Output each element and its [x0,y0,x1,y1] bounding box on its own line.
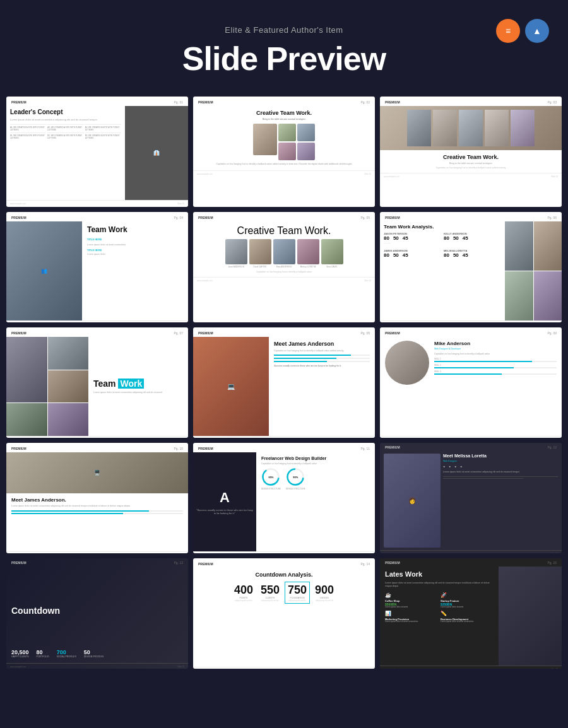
slide1-image: 👔 [125,106,188,200]
slide-1[interactable]: PREMIUM Pg. 01 Leader's Concept Lorem ip… [6,97,188,207]
slide3-subtitle: Bring to the table win-win survival stra… [385,162,557,165]
slide7-collage [6,337,88,436]
col5 [48,403,89,436]
slide-13[interactable]: PREMIUM Pg. 13 Countdown 20,500 HAPPY CL… [6,558,188,669]
num-900-val: 900 [315,584,334,597]
work-text-2: Lorem ipsum dolor sit amet [441,606,494,609]
slide1-footer-page: Slide 01 [177,203,184,205]
icon-blue[interactable]: ▲ [525,19,549,43]
slide3-bottom: Creative Team Work. Bring to the table w… [380,150,562,173]
slide-7[interactable]: PREMIUM Pg. 07 Team Work [6,327,188,438]
slide1-grid-b3: B3. WE CREATED A SITE WITH FUNNY LETTERS [85,132,121,139]
slide7-text: Team Work Lorem ipsum dolor sit amet con… [88,337,188,436]
icon-orange[interactable]: ≡ [496,19,520,43]
slide-11[interactable]: PREMIUM Pg. 11 A "Success usually comes … [193,443,375,553]
slide3-footer-page: Slide 03 [551,175,558,178]
slide4-label1: TITLE HERE [87,238,183,241]
team-photo-2 [278,124,296,141]
slide6-person4: MELISSA LORETTA 80 50 45 [444,249,501,259]
slide13-title: Countdown [11,606,60,616]
work-item-4: ✏️ Business Development Lorem ipsum dolo… [441,611,494,623]
slide2-page: Pg. 02 [361,100,370,104]
slide4-image: 👥 [6,221,82,320]
slide15-brand: PREMIUM [385,561,400,565]
stat-20500-num: 20,500 [11,649,29,655]
donut1-pct: 65% [268,476,273,479]
slide13-footer-page: Slide 13 [177,666,184,668]
slide7-brand: PREMIUM [11,331,27,335]
slide11-image: A "Success usually comes to those who ar… [193,452,256,551]
slide5-title: Creative Team Work. [198,225,370,237]
work-icon-4: ✏️ [441,611,494,616]
slide3-footer: www.example.com [384,175,399,178]
work-icon-3: 📊 [385,611,438,616]
slide10-brand: PREMIUM [11,447,27,450]
slide9-role: Web Designer & Developer [434,348,557,350]
face5 [511,110,535,146]
slide4-micro2: Lorem ipsum dolor [87,253,183,255]
slide1-grid-a3: A3. WE CREATED A SITE WITH FUNNY LETTERS [85,124,121,131]
slide-5[interactable]: PREMIUM Pg. 05 Creative Team Work. Jason… [193,212,375,322]
face5-3-name: Brian ANDERSON [273,266,295,268]
slide11-page: Pg. 11 [361,447,370,450]
slide8-brand: PREMIUM [198,331,213,335]
slide-8[interactable]: PREMIUM Pg. 08 💻 Meet James Anderson Cap… [193,327,375,438]
slide15-side-img [499,567,562,666]
slide9-name: Mike Anderson [434,341,557,346]
slide15-footer: www.example.com [384,668,399,669]
slide1-title: Leader's Concept [10,109,121,115]
slide-2[interactable]: PREMIUM Pg. 02 Creative Team Work. Bring… [193,97,375,207]
work-icon-1: ☕ [385,592,438,598]
col2 [48,337,89,370]
num-550-val: 550 [261,584,280,597]
stat-50: 50 DESIGN PROCESS [84,649,104,658]
icon-orange-symbol: ≡ [506,26,511,36]
face4 [485,110,509,146]
slide10-micro: Lorem ipsum dolor sit amet consectetur a… [11,505,183,508]
slide-3[interactable]: PREMIUM Pg. 03 Creative Team Work. Bring… [380,97,562,207]
slide-10[interactable]: PREMIUM Pg. 10 🖥️ Meet James Anderson. L… [6,443,188,553]
stat-80-label: PORTFOLIO [37,655,49,658]
slide-6[interactable]: PREMIUM Pg. 06 Team Work Analysis. JASON… [380,212,562,322]
icon-blue-symbol: ▲ [533,26,541,36]
slide9-page: Pg. 09 [548,331,557,335]
slide14-brand: PREMIUM [198,562,213,566]
work-text-1: Lorem ipsum dolor sit amet [385,606,438,609]
slide6-p4 [534,271,562,320]
slide10-page: Pg. 10 [174,447,183,450]
slide-4[interactable]: PREMIUM Pg. 04 👥 Team Work TITLE HERE Lo… [6,212,188,322]
slide2-subtitle: Bring to the table win-win survival stra… [198,118,370,121]
slide-12[interactable]: PREMIUM Pg. 12 👩 Meet Melissa Loretta We… [380,443,562,553]
header-subtitle: Elite & Featured Author's Item [13,25,555,35]
slide5-footer-page: Slide 05 [364,279,371,282]
slide4-micro: Lorem ipsum dolor sit amet consectetur [87,244,183,246]
slide4-label2: TITLE HERE [87,249,183,252]
stat-700-label: SOCIAL PROFILES [57,655,76,658]
slide8-image: 💻 [193,337,269,436]
slide2-desc: Capitalize on low hanging fruit to ident… [198,163,370,166]
slide5-page: Pg. 05 [361,216,370,220]
slide13-brand: PREMIUM [11,561,27,565]
team-photo-3 [297,124,315,141]
slide8-quote: Success usually comes to those who are t… [274,365,370,367]
slide10-top-img: 🖥️ [6,452,188,493]
slide3-desc: Capitalize on low hanging fruit to ident… [385,167,557,169]
col3 [48,370,89,403]
slide8-bar1 [274,355,370,356]
slide-15[interactable]: PREMIUM Pg. 15 Lates Work Lorem ipsum do… [380,558,562,669]
slide1-footer-url: www.example.com [10,203,26,205]
face5-1-name: Jason ANDERSON [225,266,247,268]
num-400-val: 400 [234,584,253,597]
slide11-donuts: 65% DESIGN STRUCTURE 9 [261,467,370,490]
slide4-page: Pg. 04 [174,216,183,220]
face5-2 [249,239,271,264]
slide-14[interactable]: PREMIUM Pg. 14 Countdown Analysis. 400 P… [193,558,375,669]
slide-9[interactable]: PREMIUM Pg. 09 Mike Anderson Web Designe… [380,327,562,438]
num-900-sub: adipiscing elit sed do [315,599,334,602]
slide6-p3 [505,271,533,320]
slide9-avatar [385,341,429,385]
slide6-person2: KELLY ANDERSON 80 50 45 [444,232,501,244]
slide3-top-photo [380,106,562,150]
slide2-footer: www.example.com [197,173,213,175]
slide12-footer-page: Slide 12 [551,553,558,553]
